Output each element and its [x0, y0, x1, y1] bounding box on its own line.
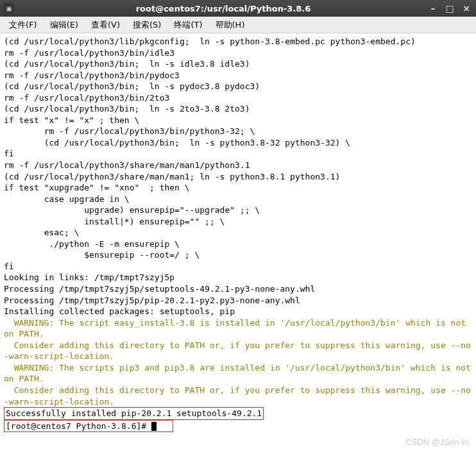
terminal-line: rm -f /usr/local/python3/bin/python3-32;… [4, 126, 255, 136]
terminal-line: install|*) ensurepip="" ;; \ [4, 217, 225, 226]
menu-file[interactable]: 文件(F) [3, 17, 44, 33]
menu-view[interactable]: 查看(V) [85, 17, 126, 33]
watermark: CSDN @JSon liu [405, 437, 470, 448]
minimize-button[interactable]: – [427, 3, 439, 14]
menu-search[interactable]: 搜索(S) [126, 17, 167, 33]
terminal-line: Processing /tmp/tmpt7szyj5p/pip-20.2.1-p… [4, 296, 300, 305]
terminal-line: fi [4, 262, 14, 271]
terminal-line: upgrade) ensurepip="--upgrade" ;; \ [4, 205, 260, 215]
menu-terminal[interactable]: 终端(T) [167, 17, 208, 33]
close-button[interactable]: × [461, 3, 472, 14]
terminal-line: rm -f /usr/local/python3/bin/idle3 [4, 48, 174, 58]
terminal-line: rm -f /usr/local/python3/bin/2to3 [4, 93, 169, 103]
window-title: root@centos7:/usr/local/Python-3.8.6 [19, 4, 427, 13]
terminal-icon: ▣ [4, 3, 14, 13]
terminal-line: (cd /usr/local/python3/bin; ln -s python… [4, 138, 350, 147]
terminal-line: rm -f /usr/local/python3/share/man/man1/… [4, 160, 250, 170]
terminal-success: Successfully installed pip-20.2.1 setupt… [6, 408, 262, 418]
terminal-line: case upgrade in \ [4, 194, 130, 204]
terminal-line: rm -f /usr/local/python3/bin/pydoc3 [4, 71, 180, 80]
prompt-highlight: [root@centos7 Python-3.8.6]# [4, 420, 173, 433]
maximize-button[interactable]: □ [444, 3, 455, 14]
terminal-line: if test "xupgrade" != "xno" ; then \ [4, 183, 190, 192]
terminal-output[interactable]: (cd /usr/local/python3/lib/pkgconfig; ln… [0, 33, 476, 452]
terminal-line: Looking in links: /tmp/tmpt7szyj5p [4, 272, 174, 282]
window-titlebar: ▣ root@centos7:/usr/local/Python-3.8.6 –… [0, 0, 476, 17]
success-highlight: Successfully installed pip-20.2.1 setupt… [4, 407, 264, 420]
terminal-line: ./python -E -m ensurepip \ [4, 239, 180, 249]
terminal-warning: WARNING: The scripts pip3 and pip3.8 are… [4, 363, 476, 384]
terminal-warning: Consider adding this directory to PATH o… [4, 385, 471, 406]
terminal-line: if test "x" != "x" ; then \ [4, 115, 139, 125]
menu-edit[interactable]: 编辑(E) [44, 17, 85, 33]
terminal-line: (cd /usr/local/python3/bin; ln -s pydoc3… [4, 81, 260, 91]
terminal-line: (cd /usr/local/python3/lib/pkgconfig; ln… [4, 37, 416, 46]
cursor-icon [151, 422, 157, 431]
terminal-prompt: [root@centos7 Python-3.8.6]# [6, 421, 151, 431]
terminal-line: $ensurepip --root=/ ; \ [4, 250, 200, 260]
terminal-line: (cd /usr/local/python3/bin; ln -s 2to3-3… [4, 104, 250, 113]
menubar: 文件(F) 编辑(E) 查看(V) 搜索(S) 终端(T) 帮助(H) [0, 17, 476, 33]
terminal-line: (cd /usr/local/python3/bin; ln -s idle3.… [4, 59, 250, 69]
terminal-line: fi [4, 149, 14, 158]
terminal-line: Processing /tmp/tmpt7szyj5p/setuptools-4… [4, 284, 315, 294]
terminal-line: (cd /usr/local/python3/share/man/man1; l… [4, 172, 340, 181]
terminal-line: esac; \ [4, 228, 79, 237]
terminal-line: Installing collected packages: setuptool… [4, 306, 235, 316]
window-controls: – □ × [427, 3, 472, 14]
terminal-warning: WARNING: The script easy_install-3.8 is … [4, 318, 471, 339]
menu-help[interactable]: 帮助(H) [209, 17, 251, 33]
terminal-warning: Consider adding this directory to PATH o… [4, 340, 471, 362]
